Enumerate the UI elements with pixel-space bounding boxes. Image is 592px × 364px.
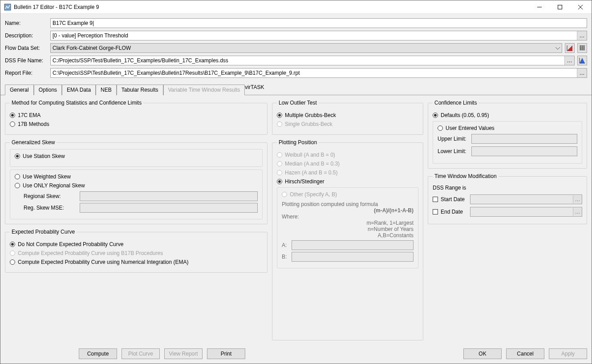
plot-data-button[interactable]	[565, 43, 575, 53]
low-outlier-group: Low Outlier Test Multiple Grubbs-Beck Si…	[272, 100, 423, 135]
app-icon	[4, 4, 11, 11]
table-icon	[579, 44, 586, 52]
tab-options[interactable]: Options	[34, 85, 62, 95]
time-window-group: Time Window Modification DSS Range is St…	[428, 173, 587, 224]
name-input[interactable]: B17C Example 9	[50, 18, 587, 28]
lower-limit-input	[471, 146, 577, 156]
plotting-formula-intro: Plotting position computed using formula	[282, 201, 414, 207]
flow-data-set-label: Flow Data Set:	[5, 45, 48, 51]
footer-buttons: Compute Plot Curve View Report Print OK …	[0, 345, 592, 364]
plotting-position-group: Plotting Position Weibull (A and B = 0) …	[272, 139, 423, 340]
flow-data-set-combo[interactable]: Clark Fork-Cabinet Gorge-FLOW	[50, 43, 562, 53]
confidence-user-subgroup: User Entered Values Upper Limit: Lower L…	[433, 121, 582, 164]
radio-17c-ema[interactable]	[10, 113, 15, 118]
generalized-skew-group: Generalized Skew Use Station Skew Use We…	[5, 139, 268, 224]
radio-compute-expected-ema[interactable]	[10, 259, 15, 265]
checkbox-end-date[interactable]	[433, 209, 438, 214]
regional-skew-label: Regional Skew:	[24, 193, 77, 199]
svg-marker-5	[567, 45, 572, 51]
header-form: Name: B17C Example 9 Description: [0 - v…	[0, 14, 592, 82]
tab-neb[interactable]: NEB	[96, 85, 117, 95]
upper-limit-label: Upper Limit:	[438, 136, 469, 142]
skew-legend: Generalized Skew	[10, 139, 57, 146]
tab-content-general: Method for Computing Statistics and Conf…	[0, 95, 592, 345]
radio-other-ab	[282, 192, 287, 197]
expected-probability-group: Expected Probablity Curve Do Not Compute…	[5, 229, 268, 273]
start-date-picker-button: …	[573, 195, 582, 203]
plot-curve-button: Plot Curve	[122, 348, 160, 359]
apply-button: Apply	[549, 348, 587, 359]
reg-skew-mse-label: Reg. Skew MSE:	[24, 205, 77, 211]
maximize-button[interactable]	[550, 0, 570, 13]
svg-rect-2	[558, 5, 562, 9]
radio-use-only-regional-skew[interactable]	[15, 183, 20, 188]
time-window-legend: Time Window Modification	[433, 173, 499, 179]
regional-skew-input	[80, 191, 258, 201]
cancel-button[interactable]: Cancel	[506, 348, 544, 359]
tabulate-data-button[interactable]	[577, 43, 587, 53]
report-browse-button[interactable]: …	[577, 69, 587, 77]
radio-weibull	[277, 152, 282, 158]
radio-hirsch-stedinger[interactable]	[277, 179, 282, 184]
radio-confidence-defaults[interactable]	[433, 113, 438, 118]
tab-tabular-results[interactable]: Tabular Results	[117, 85, 163, 95]
description-label: Description:	[5, 32, 48, 39]
minimize-button[interactable]	[529, 0, 550, 13]
end-date-input: …	[470, 207, 582, 217]
upper-limit-input	[471, 134, 577, 144]
print-button[interactable]: Print	[207, 348, 245, 359]
radio-17b-methods[interactable]	[10, 121, 15, 127]
title-bar: Bulletin 17 Editor - B17C Example 9	[0, 0, 592, 14]
svg-marker-15	[580, 58, 585, 63]
end-date-label: End Date	[441, 209, 467, 215]
tab-general[interactable]: General	[5, 85, 34, 95]
ok-button[interactable]: OK	[463, 348, 502, 359]
bulletin-17-editor-window: Bulletin 17 Editor - B17C Example 9 Name…	[0, 0, 592, 364]
dss-browse-button[interactable]: …	[564, 56, 574, 65]
confidence-limits-group: Confidence Limits Defaults (0.05, 0.95) …	[428, 100, 587, 169]
end-date-picker-button: …	[573, 208, 582, 216]
tab-variable-time-window-results: Variable Time Window Results	[163, 85, 245, 95]
radio-hazen	[277, 170, 282, 175]
close-button[interactable]	[570, 0, 591, 13]
radio-single-grubbs-beck	[277, 121, 282, 127]
dss-file-input[interactable]: C:/Projects/SSP/Test/Bulletin_17C_Exampl…	[50, 56, 575, 65]
method-legend: Method for Computing Statistics and Conf…	[10, 100, 143, 106]
confidence-legend: Confidence Limits	[433, 100, 478, 106]
method-group: Method for Computing Statistics and Conf…	[5, 100, 268, 135]
a-label: A:	[282, 242, 289, 248]
reg-skew-mse-input	[80, 203, 258, 213]
plotting-line-n: n=Number of Years	[282, 226, 414, 232]
triangle-plot-icon	[566, 44, 573, 52]
radio-use-weighted-skew[interactable]	[15, 174, 20, 179]
dist-plot-icon	[579, 57, 586, 64]
checkbox-start-date[interactable]	[433, 197, 438, 202]
compute-button[interactable]: Compute	[79, 348, 117, 359]
radio-median	[277, 161, 282, 166]
dss-range-label: DSS Range is	[433, 185, 582, 191]
plotting-other-subgroup: Other (Specify A, B) Plotting position c…	[277, 187, 418, 268]
b-label: B:	[282, 254, 289, 260]
radio-use-station-skew[interactable]	[15, 154, 20, 159]
description-more-button[interactable]: …	[577, 31, 587, 40]
dss-plot-button[interactable]	[577, 56, 587, 65]
view-report-button: View Report	[164, 348, 203, 359]
radio-confidence-user[interactable]	[438, 125, 443, 131]
start-date-input: …	[470, 194, 582, 204]
chevron-down-icon	[556, 45, 560, 51]
expected-legend: Expected Probablity Curve	[10, 229, 77, 235]
low-outlier-legend: Low Outlier Test	[277, 100, 319, 106]
plotting-line-m: m=Rank, 1=Largest	[282, 220, 414, 226]
plotting-legend: Plotting Position	[277, 139, 319, 146]
window-title: Bulletin 17 Editor - B17C Example 9	[14, 4, 529, 10]
report-file-label: Report File:	[5, 70, 48, 76]
radio-do-not-compute-expected[interactable]	[10, 242, 15, 247]
description-input[interactable]: [0 - value] Perception Threshold …	[50, 31, 587, 40]
radio-multiple-grubbs-beck[interactable]	[277, 113, 282, 118]
report-file-input[interactable]: C:\Projects\SSP\Test\Bulletin_17C_Exampl…	[50, 68, 587, 78]
a-input	[292, 240, 414, 250]
tab-ema-data[interactable]: EMA Data	[62, 85, 96, 95]
name-label: Name:	[5, 20, 48, 26]
dss-file-label: DSS File Name:	[5, 57, 48, 64]
lower-limit-label: Lower Limit:	[438, 148, 469, 154]
